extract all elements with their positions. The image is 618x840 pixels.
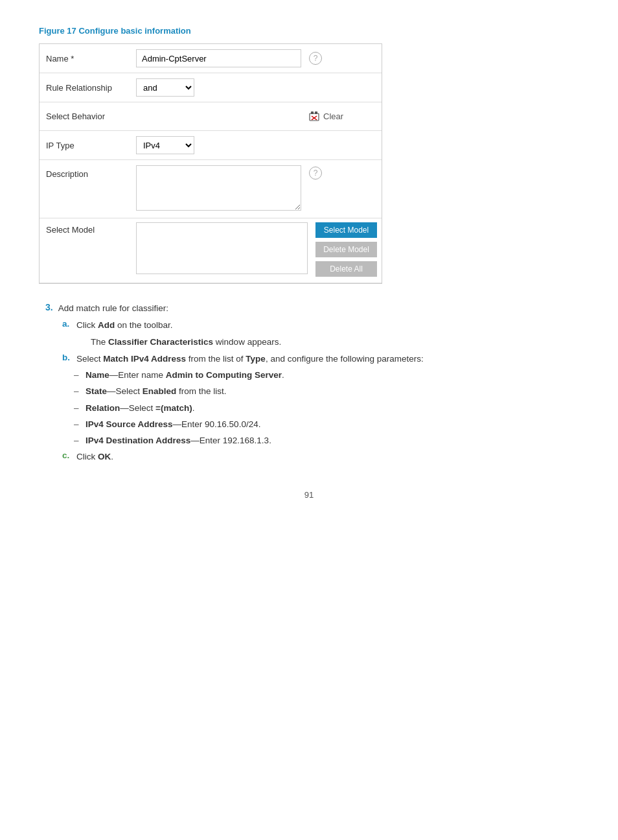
select-behavior-label: Select Behavior <box>40 108 133 125</box>
sub-step-a: a. Click Add on the toolbar. <box>62 319 579 332</box>
bullet-ipv4-dst: – IPv4 Destination Address—Enter 192.168… <box>74 434 579 447</box>
sub-step-b: b. Select Match IPv4 Address from the li… <box>62 353 579 366</box>
select-model-list[interactable] <box>136 222 308 274</box>
bullet-state: – State—Select Enabled from the list. <box>74 385 579 398</box>
page-number: 91 <box>39 490 579 500</box>
sub-a-text: Click Add on the toolbar. <box>76 319 173 332</box>
ip-type-label: IP Type <box>40 137 133 154</box>
step3-text: Add match rule for classifier: <box>58 302 168 315</box>
select-behavior-side: Clear <box>304 109 382 124</box>
ip-type-row: IP Type IPv4 IPv6 <box>40 131 382 160</box>
sub-b-text: Select Match IPv4 Address from the list … <box>76 353 424 366</box>
name-help-icon[interactable]: ? <box>309 52 322 65</box>
bullet-name-text: Name—Enter name Admin to Computing Serve… <box>86 369 284 382</box>
name-side: ? <box>304 49 382 67</box>
form-container: Name * ? Rule Relationship and or Select… <box>39 43 382 284</box>
description-help-icon[interactable]: ? <box>309 167 322 180</box>
sub-c-letter: c. <box>62 450 71 463</box>
select-behavior-field <box>133 115 304 118</box>
sub-a-letter: a. <box>62 319 71 332</box>
bullet-state-text: State—Select Enabled from the list. <box>86 385 227 398</box>
rule-relationship-field: and or <box>133 77 304 98</box>
delete-all-button[interactable]: Delete All <box>315 261 377 277</box>
sub-c-text: Click OK. <box>76 450 113 463</box>
svg-rect-0 <box>310 113 319 121</box>
bullet-ipv4-src-text: IPv4 Source Address—Enter 90.16.50.0/24. <box>86 418 260 431</box>
step3-num: 3. <box>45 302 53 315</box>
svg-rect-1 <box>311 111 314 114</box>
figure-title: Figure 17 Configure basic information <box>39 26 579 36</box>
name-field <box>133 48 304 69</box>
bullet-relation: – Relation—Select =(match). <box>74 402 579 415</box>
select-behavior-row: Select Behavior Clear <box>40 102 382 131</box>
ip-type-select[interactable]: IPv4 IPv6 <box>136 136 194 154</box>
ip-type-side <box>304 143 382 148</box>
description-side: ? <box>304 164 382 182</box>
sub-a-note: The Classifier Characteristics window ap… <box>91 336 579 349</box>
select-model-row: Select Model Select Model Delete Model D… <box>40 218 382 283</box>
name-row: Name * ? <box>40 44 382 73</box>
bullet-ipv4-src: – IPv4 Source Address—Enter 90.16.50.0/2… <box>74 418 579 431</box>
svg-rect-2 <box>315 111 317 114</box>
rule-relationship-row: Rule Relationship and or <box>40 73 382 102</box>
description-label: Description <box>40 164 133 183</box>
rule-relationship-select[interactable]: and or <box>136 78 194 97</box>
name-label: Name * <box>40 50 133 67</box>
instructions: 3. Add match rule for classifier: a. Cli… <box>39 302 579 464</box>
select-model-button[interactable]: Select Model <box>315 222 377 238</box>
ip-type-field: IPv4 IPv6 <box>133 135 304 156</box>
clear-label: Clear <box>323 111 343 121</box>
select-model-label: Select Model <box>40 218 133 241</box>
name-input[interactable] <box>136 49 301 67</box>
clear-icon <box>309 111 321 122</box>
rule-relationship-label: Rule Relationship <box>40 79 133 97</box>
step3-line: 3. Add match rule for classifier: <box>45 302 579 315</box>
bullet-ipv4-dst-text: IPv4 Destination Address—Enter 192.168.1… <box>86 434 271 447</box>
clear-button[interactable]: Clear <box>309 111 343 122</box>
delete-model-button[interactable]: Delete Model <box>315 242 377 257</box>
sub-step-c: c. Click OK. <box>62 450 579 463</box>
description-textarea[interactable] <box>136 165 301 211</box>
select-model-buttons: Select Model Delete Model Delete All <box>310 218 382 281</box>
sub-a-note-text: The Classifier Characteristics window ap… <box>91 337 281 347</box>
rule-rel-side <box>304 85 382 90</box>
bullet-list: – Name—Enter name Admin to Computing Ser… <box>74 369 579 447</box>
bullet-name: – Name—Enter name Admin to Computing Ser… <box>74 369 579 382</box>
bullet-relation-text: Relation—Select =(match). <box>86 402 194 415</box>
description-row: Description ? <box>40 160 382 218</box>
sub-b-letter: b. <box>62 353 71 366</box>
description-field <box>133 164 304 214</box>
